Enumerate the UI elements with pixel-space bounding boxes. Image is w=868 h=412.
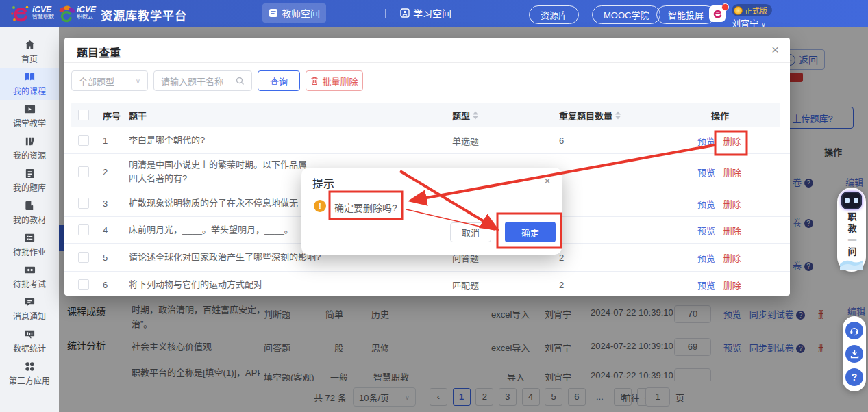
preview-link[interactable]: 预览 (697, 281, 715, 291)
download-button[interactable] (845, 345, 863, 363)
sidebar-item-third-party-apps[interactable]: 第三方应用 (0, 357, 59, 389)
search-placeholder: 请输入题干名称 (161, 75, 223, 88)
col-count[interactable]: 重复题目数量 (559, 109, 621, 122)
sidebar-item-my-question-bank[interactable]: 我的题库 (0, 164, 59, 196)
search-input[interactable]: 请输入题干名称 (153, 70, 252, 91)
confirm-button[interactable]: 确定 (505, 222, 556, 242)
brand1-name: iCVE (32, 5, 54, 14)
cell-title: 将下列动物与它们的运动方式配对 (129, 278, 262, 292)
row-checkbox[interactable] (78, 166, 89, 177)
cell-no: 3 (103, 198, 108, 209)
brand-zhijiaoyun: iCVE 职教云 (77, 5, 96, 20)
preview-link[interactable]: 预览 (697, 136, 715, 146)
select-all-checkbox[interactable] (78, 110, 89, 120)
delete-link[interactable]: 删除 (723, 168, 741, 178)
delete-link[interactable]: 删除 (723, 136, 741, 146)
table-header: 序号 题干 题型 重复题目数量 操作 (71, 103, 780, 127)
sidebar-label: 首页 (21, 53, 38, 64)
smart-cast-button[interactable]: 智能投屏 (656, 5, 715, 24)
delete-link[interactable]: 删除 (723, 281, 741, 291)
cell-title: 床前明月光，____。举头望明月，____。 (129, 223, 293, 237)
tab-teacher-label: 教师空间 (282, 6, 320, 20)
sidebar-label: 我的题库 (13, 181, 46, 193)
col-count-label: 重复题目数量 (559, 111, 612, 121)
cell-no: 6 (103, 280, 108, 290)
sidebar-item-my-courses[interactable]: 我的课程 (0, 68, 59, 100)
delete-link[interactable]: 删除 (723, 226, 741, 236)
cancel-button[interactable]: 取消 (450, 222, 491, 242)
play-video-icon (24, 103, 36, 115)
sidebar-label: 待批考试 (13, 278, 46, 289)
preview-link[interactable]: 预览 (697, 168, 715, 178)
wave-decoration (840, 256, 863, 270)
message-bubble-icon (24, 296, 36, 308)
tab-student-label: 学习空间 (413, 6, 451, 20)
robot-eye (845, 198, 850, 203)
modal-close-icon[interactable]: × (771, 43, 779, 56)
sidebar-item-messages[interactable]: 消息通知 (0, 293, 59, 325)
brand2-name: iCVE (77, 5, 96, 14)
dialog-title: 提示 (312, 175, 334, 191)
resource-library-button[interactable]: 资源库 (529, 5, 579, 24)
duplicate-check-modal: 题目查重 × 全部题型 ∨ 请输入题干名称 查询 批量删除 序号 题干 题型 重 (64, 38, 790, 296)
robot-icon (841, 192, 862, 209)
floating-toolbar: ? (843, 316, 866, 391)
sort-icon[interactable] (615, 112, 621, 120)
tab-student-space[interactable]: 学习空间 (394, 3, 458, 23)
help-button[interactable]: ? (845, 368, 863, 386)
tab-teacher-space[interactable]: 教师空间 (262, 3, 326, 23)
row-checkbox[interactable] (78, 224, 89, 235)
sidebar-item-my-textbooks[interactable]: 我的教材 (0, 196, 59, 229)
sidebar-item-home[interactable]: 首页 (0, 36, 59, 68)
customer-service-button[interactable] (845, 322, 863, 339)
row-checkbox[interactable] (78, 198, 89, 209)
mooc-college-button[interactable]: MOOC学院 (592, 5, 660, 24)
cell-title: 扩散现象说明物质的分子在永不停息地做无 (129, 196, 298, 210)
batch-delete-button[interactable]: 批量删除 (306, 70, 363, 91)
cell-count: 6 (559, 136, 564, 146)
type-filter-select[interactable]: 全部题型 ∨ (71, 70, 148, 91)
row-checkbox[interactable] (78, 252, 89, 263)
delete-link[interactable]: 删除 (723, 199, 741, 209)
preview-link[interactable]: 预览 (697, 226, 715, 236)
cell-no: 5 (103, 253, 108, 263)
row-checkbox[interactable] (78, 135, 89, 146)
cell-no: 4 (103, 225, 108, 235)
sidebar-item-pending-homework[interactable]: 待批作业 (0, 229, 59, 261)
open-book-icon (24, 71, 36, 83)
modal-title: 题目查重 (77, 44, 121, 60)
assistant-widget[interactable]: 职教一问 (837, 188, 866, 272)
confirm-dialog: 提示 × ! 确定要删除吗? 取消 确定 (301, 168, 562, 255)
batch-delete-label: 批量删除 (322, 75, 358, 88)
sidebar-item-my-resources[interactable]: 我的资源 (0, 132, 59, 164)
app-header: iCVE 智慧职教 iCVE 职教云 资源库教学平台 教师空间 (0, 0, 868, 27)
row-checkbox[interactable] (78, 279, 89, 290)
dialog-message: 确定要删除吗? (334, 201, 397, 214)
brand1-subtitle: 智慧职教 (32, 14, 54, 20)
cell-type: 匹配题 (452, 279, 479, 292)
assistant-label: 职教一问 (845, 212, 858, 259)
medal-icon (734, 6, 743, 15)
preview-link[interactable]: 预览 (697, 253, 715, 263)
preview-link[interactable]: 预览 (697, 199, 715, 209)
sort-icon[interactable] (473, 112, 478, 120)
textbook-icon (24, 200, 36, 211)
cell-count: 2 (559, 253, 564, 263)
sidebar-label: 数据统计 (13, 342, 46, 354)
app-root: iCVE 智慧职教 iCVE 职教云 资源库教学平台 教师空间 (0, 0, 868, 412)
sidebar-label: 我的课程 (13, 85, 46, 96)
query-button[interactable]: 查询 (258, 70, 300, 91)
col-type[interactable]: 题型 (452, 109, 478, 122)
download-icon (850, 349, 860, 359)
sidebar-item-classroom[interactable]: 课堂教学 (0, 100, 59, 132)
sidebar-item-statistics[interactable]: 数据统计 (0, 325, 59, 357)
cell-actions: 预览 删除 (697, 279, 741, 292)
sidebar-item-pending-exams[interactable]: 待批考试 (0, 261, 59, 293)
exam-score-icon (24, 264, 36, 276)
cell-actions: 预览 删除 (697, 197, 741, 210)
delete-link[interactable]: 删除 (723, 253, 741, 263)
version-label: 正式版 (745, 5, 767, 16)
headset-icon (849, 325, 860, 336)
platform-title: 资源库教学平台 (101, 6, 187, 23)
dialog-close-icon[interactable]: × (544, 175, 551, 188)
